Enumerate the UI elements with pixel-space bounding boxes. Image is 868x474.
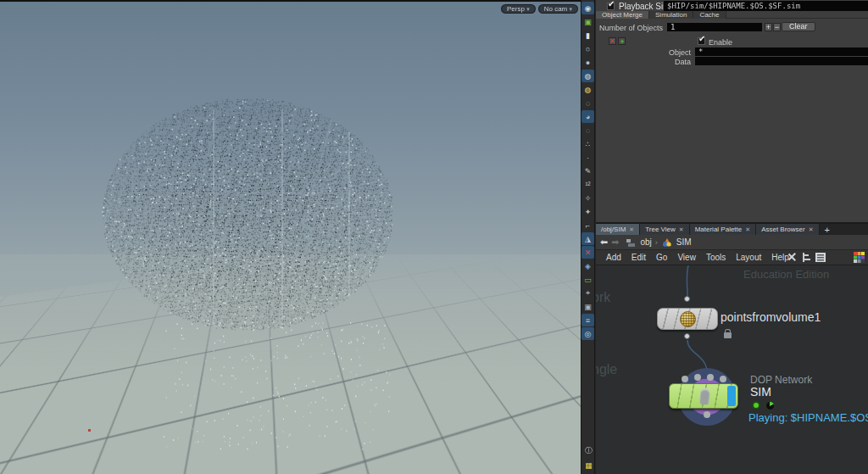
remove-object-button[interactable]: − [773,23,781,31]
info-icon[interactable]: ⓘ [582,444,595,457]
close-icon[interactable]: ✕ [679,226,684,233]
select-visible-icon[interactable]: ▣ [581,15,594,28]
tree-hierarchy-icon[interactable] [802,252,811,263]
add-object-button[interactable]: + [765,23,772,31]
shaded-view-icon[interactable]: ◮ [581,232,594,245]
lock-flag-icon[interactable] [724,332,732,338]
node-pointsfromvolume1[interactable] [657,308,718,330]
breadcrumb-separator: › [655,238,658,247]
close-icon[interactable]: ✕ [745,226,750,233]
multiparm-insert-button[interactable]: ＋ [618,37,626,45]
number-of-objects-input[interactable]: 1 [667,23,762,31]
network-path-bar: ⬅ ➡ obj › SIM [596,235,868,250]
back-arrow-icon[interactable]: ⬅ [600,237,608,247]
node-pointsfromvolume1-label: pointsfromvolume1 [721,310,821,324]
playback-simulation-checkbox[interactable]: ✔ [607,3,615,10]
circle-square-icon[interactable]: ▣ [581,300,594,313]
param-tab-object-merge[interactable]: Object Merge [596,11,649,19]
menu-view[interactable]: View [677,253,696,262]
node-input-connector[interactable] [684,296,690,302]
menu-go[interactable]: Go [656,253,667,262]
pane-tab-bar: /obj/SIM✕Tree View✕Material Palette✕Asse… [596,222,868,235]
chevron-down-icon: ▾ [569,6,572,12]
display-particle-icon[interactable]: · [581,151,594,164]
multiparm-delete-button[interactable]: ✕ [609,37,616,45]
network-editor[interactable]: Education Edition ork ngle pointsfromvol… [596,265,868,474]
pane-tab-asset-browser[interactable]: Asset Browser✕ [756,224,819,235]
corner-ruler-icon[interactable]: ⌐ [581,219,594,231]
show-handles-icon[interactable]: ○ [581,42,594,55]
menu-add[interactable]: Add [606,253,621,262]
data-label: Data [596,58,691,66]
high-quality-lighting-icon[interactable]: ◌ [581,97,594,109]
camera-frame-icon[interactable]: ▭ [581,273,594,286]
playing-status-text: Playing: $HIPNAME.$OS.$ [748,411,868,424]
color-palette-icon[interactable] [854,252,865,263]
persp-label: Persp [507,5,525,13]
pen-icon[interactable]: ✎ [581,165,594,177]
scene-viewport[interactable]: Persp ▾ No cam ▾ [0,0,581,474]
grid-window-icon[interactable]: ▦ [582,459,595,471]
dop-network-icon [661,237,673,248]
object-input[interactable]: * [695,47,868,56]
clear-button[interactable]: Clear [782,22,815,31]
frame-count-icon[interactable]: ¹² [581,178,594,191]
enable-checkbox[interactable]: ✔ [698,37,705,45]
pane-tab-tree-view[interactable]: Tree View✕ [640,224,689,235]
axis-icon[interactable]: ⌖ [581,287,594,299]
object-label: Object [596,48,691,57]
menu-tools[interactable]: Tools [706,253,726,262]
normal-lighting-icon[interactable]: ◍ [581,83,594,96]
hand-pose-icon[interactable]: ✦ [581,205,594,218]
node-wires [596,265,868,474]
dop-sim-icon [699,388,710,404]
pane-tab-label: /obj/SIM [601,226,626,233]
shaded-sphere-icon[interactable]: ● [581,56,594,69]
view-tool-icon[interactable]: ◉ [581,2,594,14]
dop-connector-dot [704,411,710,418]
param-tab-simulation[interactable]: Simulation [649,11,693,19]
node-output-connector[interactable] [684,333,690,339]
menu-edit[interactable]: Edit [632,253,646,262]
layer-stack-icon[interactable]: ≡ [581,314,594,326]
pane-tab-label: Asset Browser [761,226,805,233]
display-flag-bar[interactable] [727,386,736,406]
viewport-display-toolbar: ◉▣▮○●◍◍◌◕◌∴·✎¹²✧✦⌐◮✕◈▭⌖▣≡◎ ⓘ▦ [581,0,595,474]
close-icon[interactable]: ✕ [809,226,814,233]
menu-layout[interactable]: Layout [736,253,761,262]
node-sim-dopnet[interactable] [669,383,738,409]
point-cloud-canvas[interactable] [0,2,581,474]
hand-drag-icon[interactable]: ✧ [581,192,594,204]
breadcrumb-obj[interactable]: obj [640,237,651,247]
pane-tab--obj-sim[interactable]: /obj/SIM✕ [596,224,640,235]
sim-path-input[interactable]: $HIP/sim/$HIPNAME.$OS.$SF.sim [664,1,868,11]
node-sim-label: SIM [750,385,771,399]
close-icon[interactable]: ✕ [629,226,634,233]
dop-connector-dot [682,376,688,382]
camera-select-button[interactable]: No cam ▾ [538,4,578,14]
data-input[interactable] [695,57,868,65]
diamond-view-icon[interactable]: ◈ [581,259,594,272]
tools-wrench-icon[interactable] [787,252,798,263]
new-pane-tab-button[interactable]: + [820,225,835,235]
headlight-icon[interactable]: ◍ [581,70,594,82]
dop-connector-dot [720,376,726,382]
smooth-shading-icon[interactable]: ◕ [581,110,594,123]
pane-tab-material-palette[interactable]: Material Palette✕ [690,224,756,235]
snap-pin-icon[interactable]: ◎ [581,327,594,340]
network-list-icon [626,237,637,248]
param-tab-cache[interactable]: Cache [693,11,726,19]
pane-tab-label: Material Palette [695,226,743,233]
forward-arrow-icon[interactable]: ➡ [611,237,619,247]
display-points-icon[interactable]: ∴ [581,137,594,150]
no-grid-icon[interactable]: ✕ [581,246,594,259]
check-icon: ✔ [698,34,705,43]
ghost-other-objects-icon[interactable]: ◌ [581,124,594,137]
enable-label: Enable [709,38,732,47]
list-view-icon[interactable] [815,252,826,263]
lock-icon[interactable]: ▮ [581,29,594,42]
persp-view-button[interactable]: Persp ▾ [501,4,536,14]
dop-connector-dot [707,374,714,381]
breadcrumb-sim[interactable]: SIM [676,237,692,247]
simulation-badge-icon [752,401,760,410]
